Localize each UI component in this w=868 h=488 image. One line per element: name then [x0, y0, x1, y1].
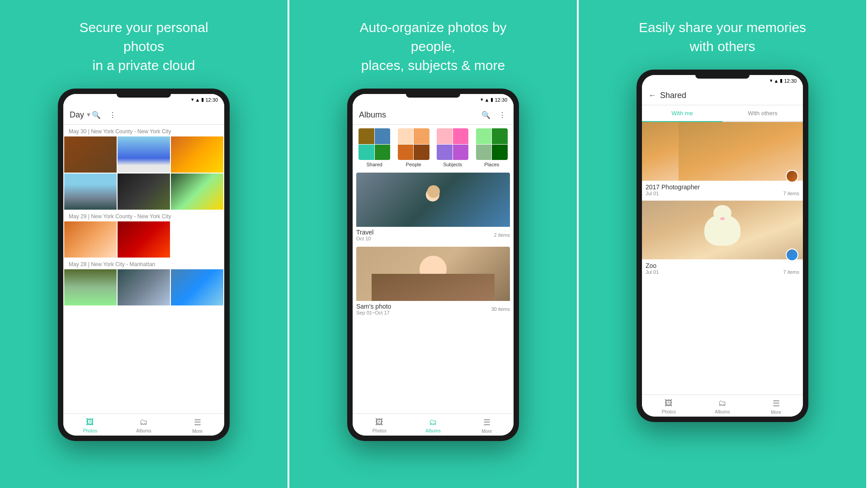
albums-scroll[interactable]: Shared People	[353, 125, 514, 413]
shared-item-photographer[interactable]: 2017 Photographer Jul 01 7 items	[642, 122, 803, 199]
photo-cell-3[interactable]	[171, 136, 223, 173]
photo-cell-4[interactable]	[64, 174, 117, 210]
shared-list: 2017 Photographer Jul 01 7 items	[642, 122, 803, 277]
more-button-2[interactable]: ⋮	[497, 110, 507, 120]
photographer-person	[679, 122, 803, 181]
sams-album-date: Sep 01~Oct 17	[356, 310, 391, 315]
people-thumb-imgs	[398, 128, 429, 160]
nav-more-1[interactable]: ☰ More	[170, 418, 224, 434]
subjects-mini-2	[453, 128, 469, 144]
shared-label: Shared	[367, 162, 382, 167]
back-button[interactable]: ←	[648, 91, 656, 100]
shared-tabs: With me With others	[642, 105, 803, 122]
panel-2-title: Auto-organize photos by people, places, …	[347, 18, 519, 75]
signal-icon-3: ▲	[774, 78, 779, 84]
shared-mini-2	[375, 128, 391, 144]
bottom-nav-3: 🖼 Photos 🗂 Albums ☰ More	[642, 394, 803, 417]
subjects-mini-3	[437, 145, 453, 160]
nav-more-2[interactable]: ☰ More	[460, 418, 514, 434]
phone-2: ▾ ▲ ▮ 12:30 Albums 🔍 ⋮	[347, 89, 519, 441]
shared-thumb-grid	[359, 128, 390, 160]
day-dropdown[interactable]: Day ▼	[70, 110, 91, 120]
photo-cell-2[interactable]	[118, 136, 170, 173]
search-button-2[interactable]: 🔍	[481, 110, 491, 120]
tab-with-others[interactable]: With others	[722, 105, 803, 121]
people-mini-2	[414, 128, 429, 144]
status-icons-3: ▾ ▲ ▮ 12:30	[770, 78, 797, 84]
people-thumb-grid	[398, 128, 429, 160]
albums-nav-icon-2: 🗂	[429, 418, 437, 427]
toolbar-icons-2: 🔍 ⋮	[481, 110, 507, 120]
nav-albums-label-1: Albums	[136, 428, 151, 433]
zoo-title: Zoo	[646, 262, 799, 269]
nav-more-3[interactable]: ☰ More	[749, 399, 803, 415]
subjects-mini-1	[437, 128, 453, 144]
sams-album-img	[356, 247, 510, 301]
photos-nav-icon-3: 🖼	[665, 399, 673, 408]
time-display-3: 12:30	[784, 78, 797, 84]
sams-album[interactable]: Sam's photo Sep 01~Oct 17 30 items	[356, 247, 510, 317]
album-thumb-shared[interactable]: Shared	[356, 128, 393, 167]
photo-cell-9[interactable]	[64, 269, 117, 305]
nav-more-label-2: More	[481, 429, 492, 434]
tab-with-me[interactable]: With me	[642, 105, 722, 121]
tab-with-me-label: With me	[671, 110, 693, 117]
more-button-1[interactable]: ⋮	[108, 110, 118, 120]
shared-thumb-imgs	[359, 128, 390, 160]
photographer-meta: Jul 01 7 items	[646, 191, 799, 196]
photo-cell-11[interactable]	[171, 269, 223, 305]
photo-cell-1[interactable]	[64, 136, 117, 173]
shared-title: Shared	[660, 91, 797, 100]
album-thumb-subjects[interactable]: Subjects	[434, 128, 471, 167]
nav-albums-3[interactable]: 🗂 Albums	[696, 399, 750, 415]
photos-scroll[interactable]: May 30 | New York County - New York City…	[63, 125, 224, 413]
sams-album-details: Sam's photo Sep 01~Oct 17	[356, 303, 391, 315]
phone-notch-2	[406, 94, 460, 98]
photographer-info: 2017 Photographer Jul 01 7 items	[642, 181, 803, 199]
photo-grid-may29	[63, 221, 224, 258]
sams-album-info: Sam's photo Sep 01~Oct 17 30 items	[356, 301, 510, 317]
wifi-icon-2: ▾	[481, 97, 483, 103]
photo-cell-6[interactable]	[171, 174, 223, 210]
phone-screen-1: ▾ ▲ ▮ 12:30 Day ▼ 🔍 ⋮ M	[63, 94, 224, 436]
photographer-title: 2017 Photographer	[646, 183, 799, 191]
photo-cell-7[interactable]	[64, 221, 117, 258]
shared-item-zoo[interactable]: Zoo Jul 01 7 items	[642, 201, 803, 277]
photographer-bg-div	[642, 122, 803, 181]
nav-albums-1[interactable]: 🗂 Albums	[117, 418, 171, 434]
album-thumb-people[interactable]: People	[396, 128, 432, 167]
zoo-bg-div	[642, 201, 803, 259]
more-nav-icon-1: ☰	[194, 418, 201, 427]
subjects-thumb-imgs	[437, 128, 468, 160]
battery-icon: ▮	[201, 97, 204, 103]
photo-cell-10[interactable]	[118, 269, 170, 305]
nav-photos-label-3: Photos	[662, 409, 676, 414]
photo-grid-may30	[63, 136, 224, 210]
nav-photos-3[interactable]: 🖼 Photos	[642, 399, 696, 415]
travel-album-count: 2 items	[494, 232, 510, 238]
nav-albums-2[interactable]: 🗂 Albums	[406, 418, 460, 434]
nav-photos-label-2: Photos	[373, 428, 387, 433]
photo-cell-8[interactable]	[118, 221, 170, 258]
shared-list-scroll[interactable]: 2017 Photographer Jul 01 7 items	[642, 122, 803, 394]
travel-album[interactable]: Travel Oct 10 2 items	[356, 173, 510, 243]
nav-more-label-1: More	[192, 429, 203, 434]
dropdown-arrow-icon: ▼	[86, 112, 91, 118]
nav-photos-2[interactable]: 🖼 Photos	[353, 418, 406, 434]
toolbar-3: ← Shared	[642, 86, 803, 105]
sams-album-name: Sam's photo	[356, 303, 391, 310]
lamb-nose	[720, 217, 725, 220]
phone-notch-3	[695, 75, 750, 79]
nav-photos-label-1: Photos	[83, 428, 97, 433]
person-head-2	[427, 185, 440, 198]
photo-cell-5[interactable]	[118, 174, 170, 210]
photos-nav-icon-2: 🖼	[375, 418, 383, 427]
search-button-1[interactable]: 🔍	[91, 110, 101, 120]
nav-photos-1[interactable]: 🖼 Photos	[63, 418, 117, 434]
album-thumb-places[interactable]: Places	[474, 128, 510, 167]
people-mini-3	[398, 145, 414, 160]
bottom-nav-1: 🖼 Photos 🗂 Albums ☰ More	[63, 413, 224, 436]
places-thumb-imgs	[476, 128, 508, 160]
phone-screen-3: ▾ ▲ ▮ 12:30 ← Shared With me With others	[642, 75, 803, 417]
phone-screen-2: ▾ ▲ ▮ 12:30 Albums 🔍 ⋮	[353, 94, 514, 436]
